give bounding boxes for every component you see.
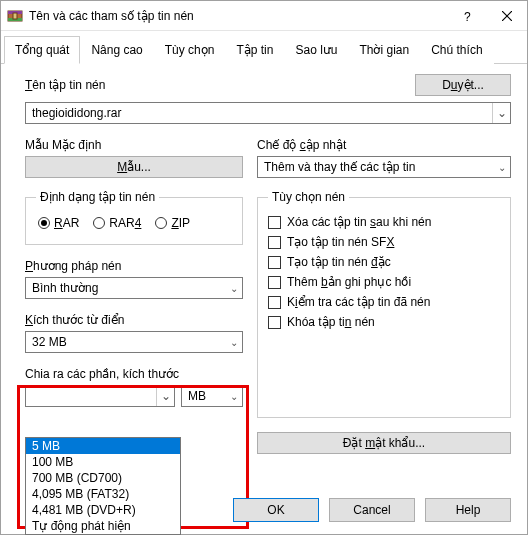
dict-label: Kích thước từ điển: [25, 313, 243, 327]
method-select[interactable]: Bình thường ⌄: [25, 277, 243, 299]
cancel-button[interactable]: Cancel: [329, 498, 415, 522]
chevron-down-icon[interactable]: ⌄: [492, 103, 510, 123]
window-title: Tên và các tham số tập tin nén: [29, 9, 447, 23]
dropdown-item[interactable]: 5 MB: [26, 438, 180, 454]
archive-name-label: Tên tập tin nén: [25, 78, 407, 92]
dialog-footer: OK Cancel Help: [233, 498, 511, 522]
chk-sfx[interactable]: Tạo tập tin nén SFX: [268, 232, 500, 252]
browse-button[interactable]: Duyệt...: [415, 74, 511, 96]
chevron-down-icon[interactable]: ⌄: [156, 386, 174, 406]
radio-rar4[interactable]: RAR4: [93, 216, 141, 230]
options-group: Tùy chọn nén Xóa các tập tin sau khi nén…: [257, 190, 511, 418]
update-mode-label: Chế độ cập nhật: [257, 138, 511, 152]
split-size-field[interactable]: [26, 387, 156, 405]
dropdown-item[interactable]: 100 MB: [26, 454, 180, 470]
close-button[interactable]: [487, 1, 527, 31]
radio-rar[interactable]: RAR: [38, 216, 79, 230]
chk-solid[interactable]: Tạo tập tin nén đặc: [268, 252, 500, 272]
dropdown-item[interactable]: 4,481 MB (DVD+R): [26, 502, 180, 518]
titlebar: Tên và các tham số tập tin nén ?: [1, 1, 527, 31]
tab-options[interactable]: Tùy chọn: [154, 36, 226, 64]
chevron-down-icon: ⌄: [498, 162, 506, 173]
dict-select[interactable]: 32 MB ⌄: [25, 331, 243, 353]
help-button[interactable]: ?: [447, 1, 487, 31]
archive-name-input[interactable]: ⌄: [25, 102, 511, 124]
radio-zip[interactable]: ZIP: [155, 216, 190, 230]
chk-delete-after[interactable]: Xóa các tập tin sau khi nén: [268, 212, 500, 232]
svg-text:?: ?: [464, 10, 471, 23]
chevron-down-icon: ⌄: [230, 337, 238, 348]
split-label: Chia ra các phần, kích thước: [25, 367, 243, 381]
dict-value: 32 MB: [32, 335, 67, 349]
profile-label: Mẫu Mặc định: [25, 138, 243, 152]
ok-button[interactable]: OK: [233, 498, 319, 522]
app-icon: [7, 8, 23, 24]
split-size-input[interactable]: ⌄: [25, 385, 175, 407]
dropdown-item[interactable]: 4,095 MB (FAT32): [26, 486, 180, 502]
split-unit-value: MB: [188, 389, 206, 403]
split-size-dropdown[interactable]: 5 MB 100 MB 700 MB (CD700) 4,095 MB (FAT…: [25, 437, 181, 535]
profiles-button[interactable]: Mẫu...: [25, 156, 243, 178]
split-unit-select[interactable]: MB ⌄: [181, 385, 243, 407]
archive-name-field[interactable]: [26, 104, 492, 122]
chk-lock[interactable]: Khóa tập tin nén: [268, 312, 500, 332]
chevron-down-icon: ⌄: [230, 283, 238, 294]
format-group: Định dạng tập tin nén RAR RAR4 ZIP: [25, 190, 243, 245]
options-legend: Tùy chọn nén: [268, 190, 349, 204]
tab-time[interactable]: Thời gian: [348, 36, 420, 64]
tab-general[interactable]: Tổng quát: [4, 36, 80, 64]
chk-test[interactable]: Kiểm tra các tập tin đã nén: [268, 292, 500, 312]
method-value: Bình thường: [32, 281, 98, 295]
tab-advanced[interactable]: Nâng cao: [80, 36, 153, 64]
svg-rect-3: [13, 13, 17, 19]
tab-backup[interactable]: Sao lưu: [284, 36, 348, 64]
chevron-down-icon: ⌄: [230, 391, 238, 402]
chk-recovery[interactable]: Thêm bản ghi phục hồi: [268, 272, 500, 292]
tab-files[interactable]: Tập tin: [225, 36, 284, 64]
dropdown-item[interactable]: Tự động phát hiện: [26, 518, 180, 534]
method-label: Phương pháp nén: [25, 259, 243, 273]
dropdown-item[interactable]: 700 MB (CD700): [26, 470, 180, 486]
update-mode-value: Thêm và thay thế các tập tin: [264, 160, 415, 174]
update-mode-select[interactable]: Thêm và thay thế các tập tin ⌄: [257, 156, 511, 178]
tab-bar: Tổng quát Nâng cao Tùy chọn Tập tin Sao …: [1, 31, 527, 64]
format-legend: Định dạng tập tin nén: [36, 190, 159, 204]
tab-comment[interactable]: Chú thích: [420, 36, 493, 64]
set-password-button[interactable]: Đặt mật khẩu...: [257, 432, 511, 454]
help-button-footer[interactable]: Help: [425, 498, 511, 522]
